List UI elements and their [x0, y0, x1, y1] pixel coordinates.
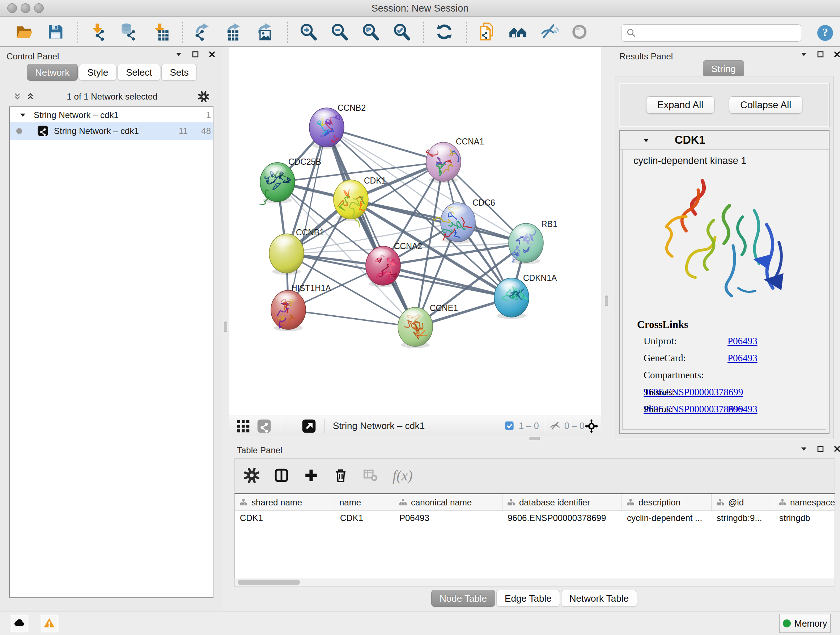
search-field[interactable] — [621, 24, 801, 42]
export-table-button[interactable] — [225, 22, 244, 41]
export-network-button[interactable] — [194, 22, 213, 41]
selected-checkbox-icon[interactable] — [504, 421, 515, 431]
show-columns-icon[interactable] — [274, 468, 289, 483]
column-header-name[interactable]: name — [335, 494, 394, 510]
open-session-button[interactable] — [15, 22, 34, 41]
delete-column-icon[interactable] — [333, 468, 348, 483]
maximize-panel-icon[interactable] — [816, 50, 825, 59]
network-node-CDK1[interactable]: CDK1 — [333, 176, 386, 227]
network-node-CCNA1[interactable]: CCNA1 — [426, 137, 484, 183]
column-header-canonical-name[interactable]: canonical name — [394, 494, 502, 510]
network-node-RB1[interactable]: RB1 — [508, 219, 557, 264]
network-node-HIST1H1A[interactable]: HIST1H1A — [271, 283, 332, 331]
close-panel-icon[interactable] — [833, 445, 840, 453]
table-options-gear-icon[interactable] — [244, 468, 259, 483]
cloud-status-button[interactable] — [11, 615, 28, 632]
column-type-icon — [399, 498, 407, 507]
node-table[interactable]: shared namenamecanonical namedatabase id… — [234, 493, 835, 578]
tab-network[interactable]: Network — [27, 64, 78, 81]
table-cell[interactable]: cyclin-dependent ... — [622, 511, 712, 526]
table-cell[interactable]: CDK1 — [235, 511, 335, 526]
bottom-splitter-handle[interactable] — [529, 437, 540, 440]
open-in-new-window-icon[interactable] — [302, 419, 316, 433]
close-panel-icon[interactable] — [208, 50, 216, 59]
tree-expander-icon[interactable] — [19, 111, 27, 119]
import-table-from-file-button[interactable] — [151, 22, 170, 41]
network-node-CDKN1A[interactable]: CDKN1A — [494, 273, 557, 319]
network-node-CCNB1[interactable]: CCNB1 — [269, 228, 324, 275]
import-network-from-file-button[interactable] — [89, 22, 108, 41]
tab-network-table[interactable]: Network Table — [561, 590, 637, 607]
table-row[interactable]: CDK1CDK1P064939606.ENSP00000378699cyclin… — [235, 511, 835, 526]
hide-selected-button[interactable] — [540, 22, 559, 41]
expand-all-button[interactable]: Expand All — [646, 96, 715, 114]
string-network-badge-icon — [37, 125, 49, 136]
zoom-fit-content-button[interactable] — [361, 22, 380, 41]
share-network-document-button[interactable] — [477, 22, 496, 41]
tab-node-table[interactable]: Node Table — [431, 590, 495, 607]
crosslink-value-link[interactable]: P06493 — [728, 353, 758, 363]
tab-sets[interactable]: Sets — [161, 64, 197, 81]
network-node-CDC6[interactable]: CDC6 — [433, 198, 495, 244]
column-header--id[interactable]: @id — [712, 494, 774, 510]
network-view-canvas[interactable]: CCNB2CCNA1CDC25BCDK1CDC6RB1CCNB1CCNA2CDK… — [229, 47, 601, 416]
memory-button[interactable]: Memory — [779, 614, 831, 633]
float-panel-icon[interactable] — [799, 445, 808, 453]
float-panel-icon[interactable] — [174, 50, 183, 59]
column-header-shared-name[interactable]: shared name — [235, 494, 335, 510]
help-button[interactable]: ? — [816, 24, 834, 42]
column-header-database-identifier[interactable]: database identifier — [502, 494, 622, 510]
table-cell[interactable]: CDK1 — [335, 511, 394, 526]
scrollbar-thumb[interactable] — [238, 580, 300, 585]
save-session-button[interactable] — [46, 22, 65, 41]
add-column-icon[interactable] — [303, 468, 319, 483]
table-cell[interactable]: stringdb:9... — [712, 511, 774, 526]
column-header-namespace[interactable]: namespace — [774, 494, 835, 510]
collapse-all-button[interactable]: Collapse All — [729, 96, 802, 114]
table-cell[interactable]: P06493 — [394, 511, 502, 526]
tab-style[interactable]: Style — [79, 64, 117, 81]
collapse-all-networks-icon[interactable] — [13, 92, 22, 101]
export-image-button[interactable] — [256, 22, 275, 41]
table-cell[interactable]: 9606.ENSP00000378699 — [502, 511, 622, 526]
network-collection-row[interactable]: String Network – cdk1 1 — [10, 107, 213, 122]
search-input[interactable] — [637, 26, 797, 40]
column-type-icon — [716, 498, 725, 507]
crosshair-navigate-icon[interactable] — [584, 419, 598, 433]
maximize-panel-icon[interactable] — [816, 445, 825, 453]
warnings-button[interactable] — [41, 615, 58, 632]
import-network-from-database-button[interactable] — [120, 22, 139, 41]
crosslink-row: GeneCard:P06493 — [622, 350, 826, 367]
close-panel-icon[interactable] — [833, 50, 840, 59]
column-header-description[interactable]: description — [622, 494, 712, 510]
expand-all-networks-icon[interactable] — [26, 92, 35, 101]
zoom-selected-button[interactable] — [392, 22, 411, 41]
network-node-CCNB2[interactable]: CCNB2 — [309, 103, 366, 149]
show-hidden-button[interactable] — [571, 22, 590, 41]
network-options-gear-icon[interactable] — [198, 91, 209, 102]
table-cell[interactable]: stringdb — [774, 511, 835, 526]
view-grid-icon[interactable] — [237, 420, 249, 432]
tab-edge-table[interactable]: Edge Table — [496, 590, 560, 607]
maximize-panel-icon[interactable] — [191, 50, 200, 59]
crosslink-value-link[interactable]: P06493 — [728, 336, 758, 347]
network-selected-summary: 1 of 1 Network selected — [40, 92, 185, 102]
table-horizontal-scrollbar[interactable] — [234, 578, 835, 587]
tab-string[interactable]: String — [703, 60, 744, 77]
gene-section-header[interactable]: CDK1 — [620, 131, 829, 149]
float-panel-icon[interactable] — [799, 50, 808, 59]
left-splitter-handle[interactable] — [224, 321, 227, 333]
section-expander-icon[interactable] — [642, 136, 650, 144]
network-row-selected[interactable]: String Network – cdk1 11 48 — [10, 122, 213, 140]
right-splitter-handle[interactable] — [605, 295, 608, 306]
zoom-in-button[interactable] — [299, 22, 317, 41]
hidden-eye-icon[interactable] — [549, 421, 560, 432]
zoom-out-button[interactable] — [330, 22, 349, 41]
tab-select[interactable]: Select — [118, 64, 160, 81]
string-badge-icon[interactable] — [257, 419, 271, 433]
first-neighbors-button[interactable] — [508, 22, 527, 41]
network-node-CCNE1[interactable]: CCNE1 — [398, 303, 458, 348]
crosslink-value-link[interactable]: P06493 — [728, 404, 758, 415]
apply-layout-button[interactable] — [435, 22, 454, 41]
column-type-icon — [507, 498, 515, 507]
